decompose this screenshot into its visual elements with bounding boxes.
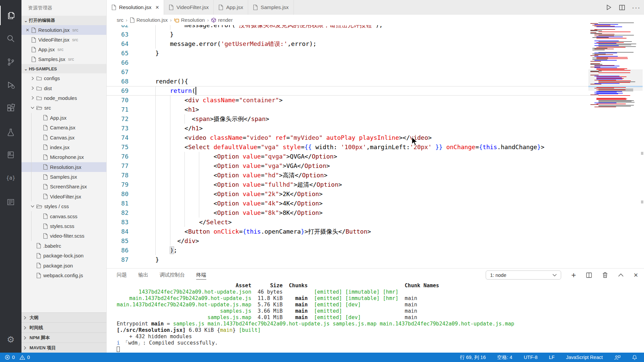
close-panel-icon[interactable]: × xyxy=(634,272,638,278)
code-line[interactable]: 75 <Select defaultValue="vga" style={{ w… xyxy=(107,142,644,152)
tab-App.jsx[interactable]: App.jsx xyxy=(214,0,248,15)
code-line[interactable]: 67 xyxy=(107,67,644,77)
terminal-output[interactable]: Asset Size Chunks Chunk Names 1437bd24fe… xyxy=(117,283,641,353)
code-line[interactable]: 80 <Option value="2k">2K</Option> xyxy=(107,189,644,199)
feedback-icon[interactable] xyxy=(614,355,621,360)
breadcrumb-item[interactable]: Resolution xyxy=(174,17,205,23)
close-icon[interactable]: × xyxy=(26,27,31,33)
maximize-panel-icon[interactable] xyxy=(618,273,624,277)
tree-item[interactable]: index.jsx xyxy=(21,142,106,152)
code-line[interactable]: 65 } xyxy=(107,49,644,58)
tree-item[interactable]: styles / css xyxy=(21,201,106,211)
code-line[interactable]: 63 } xyxy=(107,30,644,39)
code-line[interactable]: 66 xyxy=(107,58,644,67)
indentation-status[interactable]: 空格: 4 xyxy=(497,354,512,361)
code-line[interactable]: 70 <div className="container"> xyxy=(107,96,644,105)
encoding-status[interactable]: UTF-8 xyxy=(524,355,537,360)
breadcrumb-item[interactable]: render xyxy=(211,17,232,23)
panel-tab-调试控制台[interactable]: 调试控制台 xyxy=(160,268,185,281)
open-editor-item[interactable]: Samples.jsxsrc xyxy=(21,54,106,64)
code-line[interactable]: 85 </div> xyxy=(107,236,644,246)
code-line[interactable]: 68 render(){ xyxy=(107,77,644,86)
panel-tab-问题[interactable]: 问题 xyxy=(117,268,127,281)
code-editor[interactable]: 62 message.error('没有摄像头和麦克风的使用权限，请点击允许按钮… xyxy=(107,25,644,268)
search-icon[interactable] xyxy=(0,29,21,48)
new-terminal-icon[interactable]: + xyxy=(571,272,576,279)
problems-status[interactable]: 0 0 xyxy=(5,355,30,360)
tree-item[interactable]: App.jsx xyxy=(21,113,106,123)
tree-item[interactable]: Canvas.jsx xyxy=(21,132,106,142)
split-terminal-icon[interactable] xyxy=(586,272,592,278)
tree-item[interactable]: styles.scss xyxy=(21,221,106,231)
code-line[interactable]: 73 </h1> xyxy=(107,124,644,133)
code-line[interactable]: 87 } xyxy=(107,255,644,264)
project-header[interactable]: ⌄ H5-SAMPLES xyxy=(21,64,106,73)
tree-item[interactable]: canvas.scss xyxy=(21,211,106,221)
kill-terminal-icon[interactable] xyxy=(602,272,608,278)
tree-item[interactable]: package.json xyxy=(21,260,106,270)
tab-VideoFilter.jsx[interactable]: VideoFilter.jsx xyxy=(164,0,214,15)
source-control-icon[interactable] xyxy=(0,52,21,72)
tree-item[interactable]: Resolution.jsx xyxy=(21,162,106,172)
breadcrumb-item[interactable]: Resolution.jsx xyxy=(130,17,168,23)
tree-item[interactable]: video-filter.scss xyxy=(21,231,106,241)
code-line[interactable]: 76 <Option value="qvga">QVGA</Option> xyxy=(107,152,644,161)
tree-item[interactable]: dist xyxy=(21,83,106,93)
open-editor-item[interactable]: VideoFilter.jsxsrc xyxy=(21,35,106,45)
panel-tab-终端[interactable]: 终端 xyxy=(196,268,206,281)
test-icon[interactable] xyxy=(0,123,21,142)
code-line[interactable]: 82 <Option value="8k">8K</Option> xyxy=(107,208,644,218)
extensions-icon[interactable] xyxy=(0,98,21,118)
tree-item[interactable]: Camera.jsx xyxy=(21,123,106,132)
gear-icon[interactable]: ⚙ xyxy=(0,330,21,349)
language-mode[interactable]: JavaScript React xyxy=(566,355,603,360)
terminal-selector[interactable]: 1: node xyxy=(486,270,561,280)
code-line[interactable]: 71 <h1> xyxy=(107,105,644,114)
code-line[interactable]: 64 message.error('getUserMedia错误:',error… xyxy=(107,39,644,49)
explorer-icon[interactable] xyxy=(0,6,21,25)
tree-item[interactable]: Samples.jsx xyxy=(21,172,106,182)
sidebar-section-时间线[interactable]: 时间线 xyxy=(21,322,106,333)
notifications-bell-icon[interactable] xyxy=(632,355,637,360)
breadcrumb-item[interactable]: src xyxy=(117,17,123,23)
run-debug-icon[interactable] xyxy=(0,75,21,95)
open-editor-item[interactable]: App.jsxsrc xyxy=(21,45,106,54)
tree-item[interactable]: src xyxy=(21,103,106,113)
code-line[interactable]: 74 <video className="video" ref="myVideo… xyxy=(107,133,644,142)
tab-Samples.jsx[interactable]: Samples.jsx xyxy=(248,0,294,15)
minimap[interactable] xyxy=(587,25,644,268)
code-line[interactable]: 62 message.error('没有摄像头和麦克风的使用权限，请点击允许按钮… xyxy=(107,25,644,30)
code-line[interactable]: 79 <Option value="fullhd">超清</Option> xyxy=(107,180,644,189)
run-button[interactable] xyxy=(605,4,612,11)
eol-status[interactable]: LF xyxy=(549,355,554,360)
close-icon[interactable]: × xyxy=(156,4,159,11)
tree-item[interactable]: package-lock.json xyxy=(21,251,106,260)
panel-tab-输出[interactable]: 输出 xyxy=(138,268,148,281)
cursor-position[interactable]: 行 69, 列 16 xyxy=(460,354,486,361)
remote-icon[interactable] xyxy=(0,145,21,165)
tab-Resolution.jsx[interactable]: Resolution.jsx× xyxy=(107,0,164,15)
more-actions-button[interactable]: ··· xyxy=(632,4,641,11)
sidebar-section-NPM 脚本[interactable]: NPM 脚本 xyxy=(21,333,106,343)
code-line[interactable]: 83 </Select> xyxy=(107,218,644,227)
code-line[interactable]: 81 <Option value="4k">4K</Option> xyxy=(107,199,644,208)
tree-item[interactable]: configs xyxy=(21,73,106,83)
tree-item[interactable]: webpack.config.js xyxy=(21,270,106,280)
tree-item[interactable]: .babelrc xyxy=(21,241,106,251)
sidebar-section-MAVEN 项目[interactable]: MAVEN 项目 xyxy=(21,343,106,353)
code-line[interactable]: 78 <Option value="hd">高清</Option> xyxy=(107,171,644,180)
code-line[interactable]: 77 <Option value="vga">VGA</Option> xyxy=(107,161,644,171)
tree-item[interactable]: VideoFilter.jsx xyxy=(21,192,106,201)
open-editor-item[interactable]: ×Resolution.jsxsrc xyxy=(21,25,106,35)
sidebar-section-大纲[interactable]: 大纲 xyxy=(21,312,106,322)
tree-item[interactable]: Microphone.jsx xyxy=(21,152,106,162)
open-editors-header[interactable]: ⌄ 打开的编辑器 xyxy=(21,16,106,25)
code-line[interactable]: 84 <Button onClick={this.openCamera}>打开摄… xyxy=(107,227,644,236)
output-icon[interactable] xyxy=(0,192,21,212)
tree-item[interactable]: ScreenShare.jsx xyxy=(21,182,106,191)
split-editor-button[interactable] xyxy=(619,4,625,11)
tree-item[interactable]: node_modules xyxy=(21,93,106,103)
code-line[interactable]: 69 return( xyxy=(107,86,644,96)
code-line[interactable]: 86 ); xyxy=(107,246,644,255)
localization-icon[interactable]: {a} xyxy=(0,168,21,188)
